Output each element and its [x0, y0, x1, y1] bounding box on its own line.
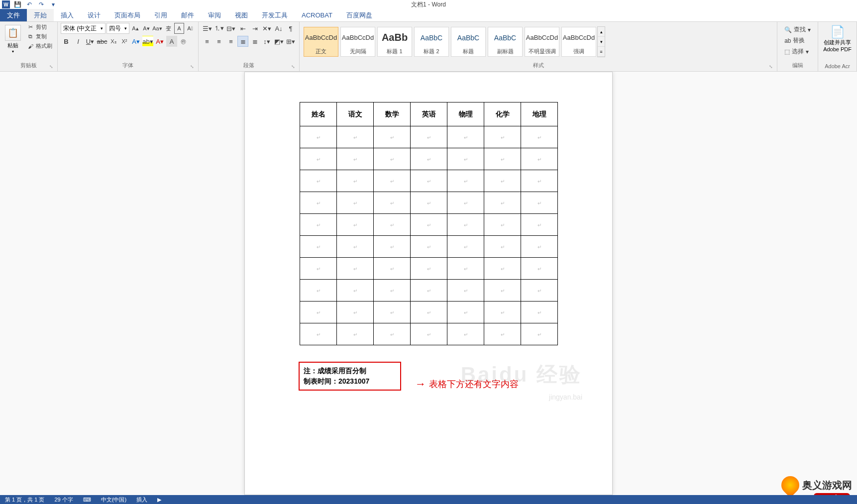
style-正文[interactable]: AaBbCcDd正文: [304, 27, 338, 57]
status-insert[interactable]: 插入: [131, 496, 152, 504]
table-cell[interactable]: [484, 192, 521, 214]
tab-file[interactable]: 文件: [0, 9, 27, 21]
table-cell[interactable]: [337, 148, 374, 170]
table-cell[interactable]: [447, 126, 484, 148]
undo-button[interactable]: ↶: [24, 0, 35, 9]
table-cell[interactable]: [411, 236, 447, 258]
style-强调[interactable]: AaBbCcDd强调: [561, 27, 596, 57]
style-副标题[interactable]: AaBbC副标题: [488, 27, 523, 57]
shading-button[interactable]: ◩▾: [273, 36, 284, 47]
note-box[interactable]: 注：成绩采用百分制 制表时间：20231007: [299, 362, 401, 391]
tab-view[interactable]: 视图: [228, 9, 255, 21]
table-cell[interactable]: [411, 170, 447, 192]
superscript-button[interactable]: X²: [119, 36, 129, 47]
table-cell[interactable]: [521, 214, 558, 236]
char-border-button[interactable]: A: [174, 23, 184, 34]
decrease-indent-button[interactable]: ⇤: [237, 23, 248, 34]
numbering-button[interactable]: ⒈▾: [214, 23, 224, 34]
tab-insert[interactable]: 插入: [54, 9, 81, 21]
tab-layout[interactable]: 页面布局: [107, 9, 147, 21]
table-cell[interactable]: [521, 148, 558, 170]
table-cell[interactable]: [300, 126, 337, 148]
table-header[interactable]: 数学: [374, 102, 411, 126]
table-cell[interactable]: [337, 192, 374, 214]
underline-button[interactable]: U▾: [85, 36, 96, 47]
qat-customize[interactable]: ▾: [48, 0, 59, 9]
status-words[interactable]: 29 个字: [49, 496, 78, 504]
table-cell[interactable]: [411, 126, 447, 148]
sort-button[interactable]: A↓: [273, 23, 284, 34]
table-header[interactable]: 英语: [411, 102, 447, 126]
table-cell[interactable]: [374, 258, 411, 280]
save-button[interactable]: 💾: [12, 0, 23, 9]
table-cell[interactable]: [374, 214, 411, 236]
table-cell[interactable]: [337, 170, 374, 192]
font-launcher[interactable]: ⤡: [190, 64, 194, 69]
table-cell[interactable]: [337, 302, 374, 323]
table-cell[interactable]: [300, 236, 337, 258]
show-marks-button[interactable]: ¶: [285, 23, 296, 34]
table-header[interactable]: 物理: [447, 102, 484, 126]
table-cell[interactable]: [411, 302, 447, 323]
clear-format-button[interactable]: A⃠: [185, 23, 195, 34]
table-cell[interactable]: [374, 126, 411, 148]
table-cell[interactable]: [300, 192, 337, 214]
strikethrough-button[interactable]: abc: [97, 36, 107, 47]
tab-review[interactable]: 审阅: [201, 9, 228, 21]
table-cell[interactable]: [521, 236, 558, 258]
table-header[interactable]: 姓名: [300, 102, 337, 126]
table-cell[interactable]: [411, 148, 447, 170]
increase-indent-button[interactable]: ⇥: [249, 23, 260, 34]
styles-launcher[interactable]: ⤡: [769, 64, 773, 69]
find-button[interactable]: 🔍查找 ▾: [782, 25, 813, 34]
align-right-button[interactable]: ≡: [225, 36, 236, 47]
table-cell[interactable]: [521, 323, 558, 345]
table-cell[interactable]: [484, 214, 521, 236]
text-effects-button[interactable]: A▾: [130, 36, 141, 47]
table-cell[interactable]: [300, 280, 337, 302]
table-cell[interactable]: [374, 148, 411, 170]
table-cell[interactable]: [337, 126, 374, 148]
table-cell[interactable]: [521, 126, 558, 148]
table-cell[interactable]: [300, 148, 337, 170]
table-cell[interactable]: [447, 192, 484, 214]
table-header[interactable]: 语文: [337, 102, 374, 126]
table-cell[interactable]: [337, 323, 374, 345]
tab-mailings[interactable]: 邮件: [174, 9, 201, 21]
redo-button[interactable]: ↷: [36, 0, 47, 9]
table-cell[interactable]: [447, 214, 484, 236]
table-cell[interactable]: [374, 280, 411, 302]
status-page[interactable]: 第 1 页，共 1 页: [0, 496, 49, 504]
phonetic-button[interactable]: 变: [163, 23, 173, 34]
bullets-button[interactable]: ☰▾: [202, 23, 213, 34]
tab-developer[interactable]: 开发工具: [255, 9, 295, 21]
table-cell[interactable]: [521, 192, 558, 214]
tab-baidu[interactable]: 百度网盘: [339, 9, 379, 21]
table-cell[interactable]: [337, 236, 374, 258]
style-无间隔[interactable]: AaBbCcDd无间隔: [340, 27, 375, 57]
table-cell[interactable]: [300, 258, 337, 280]
table-cell[interactable]: [484, 170, 521, 192]
enclose-char-button[interactable]: ㊕: [178, 36, 188, 47]
table-cell[interactable]: [411, 323, 447, 345]
table-cell[interactable]: [337, 280, 374, 302]
table-cell[interactable]: [447, 302, 484, 323]
page[interactable]: 姓名语文数学英语物理化学地理 注：成绩采用百分制 制表时间：20231007 →…: [244, 72, 613, 495]
grade-table[interactable]: 姓名语文数学英语物理化学地理: [300, 102, 558, 345]
table-cell[interactable]: [374, 323, 411, 345]
status-macro-icon[interactable]: ▶: [152, 497, 166, 503]
highlight-button[interactable]: ab▾: [142, 36, 153, 47]
table-cell[interactable]: [447, 323, 484, 345]
table-cell[interactable]: [300, 302, 337, 323]
copy-button[interactable]: ⧉复制: [25, 32, 54, 41]
align-left-button[interactable]: ≡: [202, 36, 213, 47]
document-area[interactable]: 姓名语文数学英语物理化学地理 注：成绩采用百分制 制表时间：20231007 →…: [0, 72, 857, 495]
change-case-button[interactable]: Aa▾: [152, 23, 162, 34]
table-cell[interactable]: [374, 236, 411, 258]
tab-references[interactable]: 引用: [147, 9, 174, 21]
justify-button[interactable]: ≣: [237, 36, 248, 47]
table-cell[interactable]: [374, 170, 411, 192]
clipboard-launcher[interactable]: ⤡: [49, 64, 53, 69]
font-size-select[interactable]: 四号▾: [107, 23, 129, 34]
table-cell[interactable]: [447, 280, 484, 302]
